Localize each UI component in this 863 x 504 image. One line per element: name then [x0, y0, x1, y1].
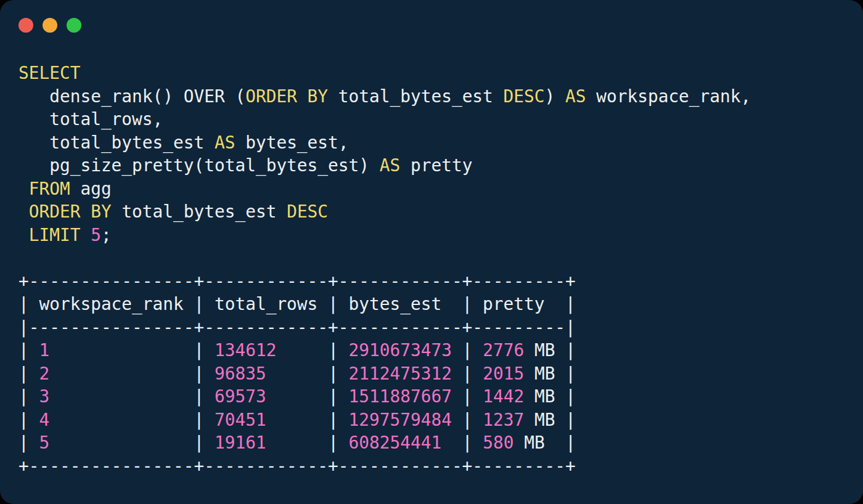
table-row: | 3 | 69573 | 1511887667 | 1442 MB |: [18, 385, 751, 408]
minimize-button[interactable]: [43, 18, 57, 33]
query-line: ORDER BY total_bytes_est DESC: [18, 200, 751, 224]
table-row: | 1 | 134612 | 2910673473 | 2776 MB |: [18, 339, 751, 362]
terminal-window: SELECT dense_rank() OVER (ORDER BY total…: [0, 0, 863, 504]
table-border-top: +----------------+------------+---------…: [18, 270, 751, 293]
table-row: | 2 | 96835 | 2112475312 | 2015 MB |: [18, 362, 751, 386]
query-line: pg_size_pretty(total_bytes_est) AS prett…: [18, 154, 751, 177]
query-line: total_bytes_est AS bytes_est,: [18, 131, 751, 155]
table-border-bottom: +----------------+------------+---------…: [18, 455, 751, 478]
window-controls: [18, 18, 81, 33]
result-table: +----------------+------------+---------…: [18, 270, 751, 478]
sql-query: SELECT dense_rank() OVER (ORDER BY total…: [18, 62, 751, 246]
query-line: FROM agg: [18, 177, 751, 201]
table-header-row: | workspace_rank | total_rows | bytes_es…: [18, 293, 751, 316]
close-button[interactable]: [18, 18, 33, 33]
terminal-content: SELECT dense_rank() OVER (ORDER BY total…: [18, 62, 751, 478]
query-line: dense_rank() OVER (ORDER BY total_bytes_…: [18, 85, 751, 108]
query-line: LIMIT 5;: [18, 224, 751, 247]
query-line: total_rows,: [18, 108, 751, 131]
zoom-button[interactable]: [67, 18, 81, 33]
query-line: SELECT: [18, 62, 751, 85]
table-row: | 4 | 70451 | 1297579484 | 1237 MB |: [18, 408, 751, 432]
table-separator: |----------------+------------+---------…: [18, 316, 751, 339]
table-row: | 5 | 19161 | 608254441 | 580 MB |: [18, 431, 751, 455]
